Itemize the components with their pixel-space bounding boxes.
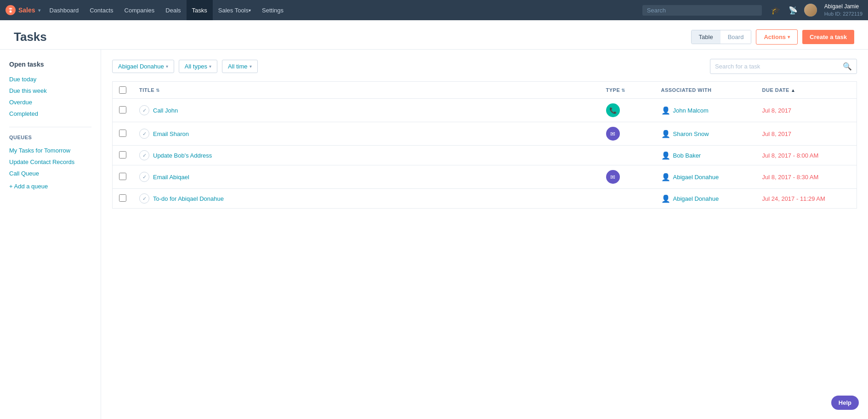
queue-call-queue[interactable]: Call Queue: [9, 168, 91, 179]
select-all-checkbox[interactable]: [119, 86, 126, 94]
sidebar-completed[interactable]: Completed: [9, 108, 91, 119]
row-checkbox-cell: [113, 146, 133, 165]
sort-due-date[interactable]: Due Date ▲: [762, 87, 796, 93]
task-title-link[interactable]: Call John: [153, 107, 178, 114]
sidebar-due-week[interactable]: Due this week: [9, 85, 91, 96]
email-icon: ✉: [606, 170, 620, 184]
row-checkbox-cell: [113, 122, 133, 146]
queue-my-tasks-tomorrow[interactable]: My Tasks for Tomorrow: [9, 145, 91, 156]
sort-title[interactable]: Title ⇅: [139, 87, 160, 93]
top-navigation: Sales ▾ Dashboard Contacts Companies Dea…: [0, 0, 868, 20]
due-date-value: Jul 24, 2017 - 11:29 AM: [762, 195, 825, 202]
row-checkbox[interactable]: [119, 173, 126, 180]
help-button[interactable]: Help: [831, 396, 859, 410]
associated-link[interactable]: Abigael Donahue: [673, 174, 719, 181]
row-checkbox-cell: [113, 99, 133, 122]
chevron-down-icon: ▾: [166, 64, 168, 69]
user-info: Abigael Jamie Hub ID: 2272119: [824, 3, 862, 17]
sidebar-overdue[interactable]: Overdue: [9, 96, 91, 108]
avatar[interactable]: [804, 4, 817, 17]
search-icon[interactable]: 🔍: [843, 62, 852, 71]
sidebar-due-today[interactable]: Due today: [9, 74, 91, 85]
nav-icons: 🎓 📡 Abigael Jamie Hub ID: 2272119: [769, 3, 862, 17]
task-search-wrapper: 🔍: [710, 59, 857, 74]
row-checkbox[interactable]: [119, 106, 126, 113]
row-associated-cell: 👤 Abigael Donahue: [655, 165, 756, 189]
complete-task-button[interactable]: ✓: [139, 172, 149, 182]
nav-deals[interactable]: Deals: [160, 0, 186, 20]
sort-type[interactable]: Type ⇅: [606, 87, 625, 93]
due-date-value: Jul 8, 2017 - 8:00 AM: [762, 152, 819, 159]
due-date-value: Jul 8, 2017: [762, 107, 792, 114]
tasks-table: Title ⇅ Type ⇅ Associated With: [112, 81, 857, 209]
row-title-cell: ✓ Update Bob's Address: [133, 146, 600, 165]
row-title-cell: ✓ To-do for Abiqael Donahue: [133, 189, 600, 209]
person-icon: 👤: [661, 173, 670, 181]
queue-update-contact-records[interactable]: Update Contact Records: [9, 156, 91, 168]
row-checkbox[interactable]: [119, 194, 126, 202]
row-checkbox[interactable]: [119, 130, 126, 137]
sort-arrow-up: ▲: [791, 88, 795, 93]
row-title-cell: ✓ Email Abiqael: [133, 165, 600, 189]
graduation-icon[interactable]: 🎓: [769, 4, 782, 17]
row-due-date-cell: Jul 24, 2017 - 11:29 AM: [756, 189, 857, 209]
view-table-button[interactable]: Table: [692, 30, 720, 44]
filter-assignee[interactable]: Abigael Donahue ▾: [112, 60, 174, 73]
row-due-date-cell: Jul 8, 2017 - 8:00 AM: [756, 146, 857, 165]
complete-task-button[interactable]: ✓: [139, 105, 149, 115]
task-title-link[interactable]: To-do for Abiqael Donahue: [153, 195, 224, 202]
row-associated-cell: 👤 Sharon Snow: [655, 122, 756, 146]
row-type-cell: [600, 146, 655, 165]
actions-label: Actions: [764, 34, 786, 40]
task-title-link[interactable]: Email Abiqael: [153, 174, 189, 181]
person-icon: 👤: [661, 106, 670, 115]
filter-time[interactable]: All time ▾: [222, 60, 258, 73]
associated-link[interactable]: Bob Baker: [673, 152, 701, 159]
task-title-link[interactable]: Email Sharon: [153, 130, 189, 137]
filter-assignee-label: Abigael Donahue: [118, 63, 164, 70]
nav-companies[interactable]: Companies: [119, 0, 160, 20]
th-select-all: [113, 82, 133, 99]
sort-arrows-title: ⇅: [156, 88, 160, 93]
open-tasks-heading: Open tasks: [9, 61, 91, 68]
complete-task-button[interactable]: ✓: [139, 150, 149, 160]
complete-task-button[interactable]: ✓: [139, 129, 149, 139]
person-icon: 👤: [661, 151, 670, 160]
th-associated: Associated With: [655, 82, 756, 99]
create-task-button[interactable]: Create a task: [802, 30, 854, 44]
signal-icon[interactable]: 📡: [787, 4, 800, 17]
chevron-down-icon: ▾: [209, 64, 211, 69]
associated-link[interactable]: Sharon Snow: [673, 130, 709, 137]
header-actions: Table Board Actions ▾ Create a task: [691, 29, 854, 45]
filters-bar: Abigael Donahue ▾ All types ▾ All time ▾…: [112, 59, 857, 74]
task-search-input[interactable]: [715, 63, 843, 70]
row-type-cell: ✉: [600, 122, 655, 146]
view-board-button[interactable]: Board: [720, 30, 751, 44]
chevron-down-icon: ▾: [250, 64, 252, 69]
table-row: ✓ Email Abiqael ✉ 👤 Abigael Donahue Jul …: [113, 165, 857, 189]
filter-type-label: All types: [185, 63, 207, 70]
add-queue-button[interactable]: + Add a queue: [9, 183, 91, 190]
associated-link[interactable]: Abigael Donahue: [673, 195, 719, 202]
task-title-link[interactable]: Update Bob's Address: [153, 152, 212, 159]
nav-contacts[interactable]: Contacts: [84, 0, 119, 20]
nav-search-input[interactable]: [647, 7, 757, 14]
svg-point-0: [6, 5, 16, 15]
user-name: Abigael Jamie: [824, 3, 862, 11]
due-date-value: Jul 8, 2017 - 8:30 AM: [762, 174, 819, 181]
nav-settings[interactable]: Settings: [256, 0, 289, 20]
nav-tasks[interactable]: Tasks: [187, 0, 213, 20]
filter-type[interactable]: All types ▾: [179, 60, 217, 73]
actions-button[interactable]: Actions ▾: [756, 29, 798, 45]
row-type-cell: 📞: [600, 99, 655, 122]
nav-brand[interactable]: Sales ▾: [6, 5, 40, 15]
view-toggle: Table Board: [691, 30, 752, 44]
row-checkbox[interactable]: [119, 151, 126, 159]
associated-link[interactable]: John Malcom: [673, 107, 709, 114]
svg-point-1: [10, 11, 12, 13]
nav-sales-tools[interactable]: Sales Tools: [213, 0, 256, 20]
table-header: Title ⇅ Type ⇅ Associated With: [113, 82, 857, 99]
complete-task-button[interactable]: ✓: [139, 193, 149, 204]
row-due-date-cell: Jul 8, 2017: [756, 99, 857, 122]
nav-dashboard[interactable]: Dashboard: [44, 0, 85, 20]
